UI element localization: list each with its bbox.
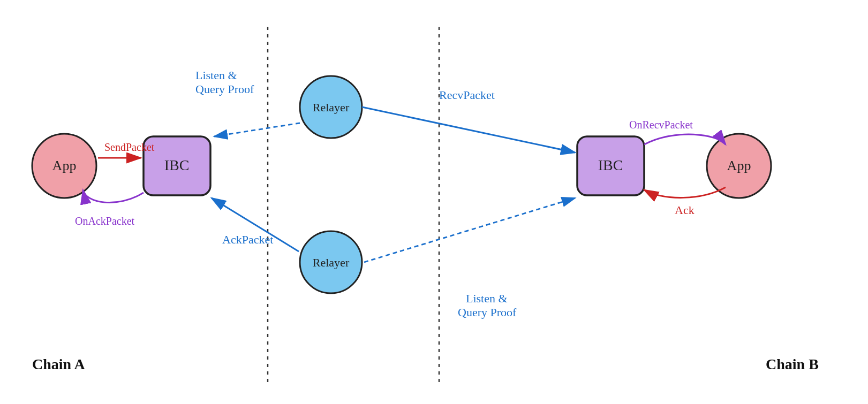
on-ack-packet-label: OnAckPacket bbox=[75, 215, 135, 227]
app-right-label: App bbox=[727, 158, 751, 173]
query-proof-top-arrow bbox=[214, 123, 300, 136]
ibc-right-label: IBC bbox=[598, 157, 623, 173]
listen-query-proof-top-label2: Query Proof bbox=[195, 82, 254, 96]
ibc-left-label: IBC bbox=[164, 157, 190, 173]
recv-packet-arrow bbox=[362, 107, 575, 153]
ack-arrow bbox=[644, 187, 726, 197]
relayer-bottom-label: Relayer bbox=[313, 256, 350, 269]
chain-b-label: Chain B bbox=[766, 356, 819, 372]
chain-a-label: Chain A bbox=[32, 356, 86, 372]
on-recv-packet-arrow bbox=[644, 134, 726, 144]
on-ack-packet-arrow bbox=[83, 190, 144, 203]
send-packet-label: SendPacket bbox=[104, 141, 155, 153]
ack-label: Ack bbox=[675, 203, 695, 217]
ack-packet-label: AckPacket bbox=[222, 233, 273, 246]
on-recv-packet-label: OnRecvPacket bbox=[629, 119, 693, 131]
query-proof-bottom-arrow bbox=[364, 198, 575, 262]
app-left-label: App bbox=[52, 158, 77, 173]
listen-query-proof-bottom-label: Listen & bbox=[466, 292, 508, 305]
listen-query-proof-top-label: Listen & bbox=[195, 68, 237, 82]
recv-packet-label: RecvPacket bbox=[439, 88, 495, 102]
listen-query-proof-bottom-label2: Query Proof bbox=[458, 306, 517, 319]
relayer-top-label: Relayer bbox=[313, 101, 350, 114]
